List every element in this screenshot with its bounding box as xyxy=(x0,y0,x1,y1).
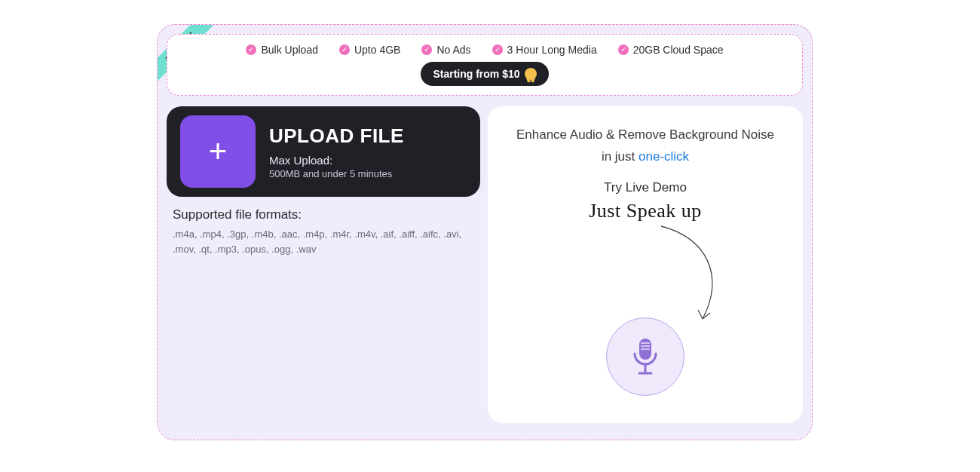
upload-title: UPLOAD FILE xyxy=(269,124,404,148)
upload-limit: 500MB and under 5 minutes xyxy=(269,168,404,179)
just-speak-up-label: Just Speak up xyxy=(503,200,788,222)
app-container: 50% OFF ✓ Bulk Upload ✓ Upto 4GB ✓ No Ad… xyxy=(157,24,813,440)
feature-row: ✓ Bulk Upload ✓ Upto 4GB ✓ No Ads ✓ 3 Ho… xyxy=(246,44,723,56)
check-icon: ✓ xyxy=(246,44,256,55)
check-icon: ✓ xyxy=(421,44,432,55)
feature-label: No Ads xyxy=(436,44,470,56)
check-icon: ✓ xyxy=(618,44,629,55)
feature-item: ✓ 20GB Cloud Space xyxy=(618,44,724,56)
formats-list: .m4a, .mp4, .3gp, .m4b, .aac, .m4p, .m4r… xyxy=(173,227,471,257)
feature-item: ✓ Upto 4GB xyxy=(339,44,400,56)
check-icon: ✓ xyxy=(339,44,350,55)
feature-label: Bulk Upload xyxy=(261,44,318,56)
feature-label: 3 Hour Long Media xyxy=(507,44,597,56)
upload-file-button[interactable]: + UPLOAD FILE Max Upload: 500MB and unde… xyxy=(167,106,480,197)
feature-item: ✓ Bulk Upload xyxy=(246,44,318,56)
formats-heading: Supported file formats: xyxy=(173,207,471,222)
demo-stage xyxy=(503,222,788,396)
demo-headline-1: Enhance Audio & Remove Background Noise xyxy=(503,124,788,146)
check-icon: ✓ xyxy=(492,44,503,55)
upload-text: UPLOAD FILE Max Upload: 500MB and under … xyxy=(269,124,404,179)
medal-icon xyxy=(525,68,537,80)
demo-headline-2: in just one-click xyxy=(503,146,788,168)
demo-headline-2a: in just xyxy=(602,149,639,164)
try-demo-label: Try Live Demo xyxy=(503,180,788,195)
feature-item: ✓ No Ads xyxy=(421,44,470,56)
feature-label: Upto 4GB xyxy=(354,44,400,56)
upload-subtitle: Max Upload: xyxy=(269,154,404,167)
feature-label: 20GB Cloud Space xyxy=(633,44,724,56)
pricing-label: Starting from $10 xyxy=(433,68,519,80)
microphone-button[interactable] xyxy=(606,317,684,396)
live-demo-card: Enhance Audio & Remove Background Noise … xyxy=(488,106,803,423)
feature-item: ✓ 3 Hour Long Media xyxy=(492,44,597,56)
supported-formats: Supported file formats: .m4a, .mp4, .3gp… xyxy=(173,207,471,257)
arrow-icon xyxy=(654,222,744,328)
plus-icon: + xyxy=(180,115,256,188)
pricing-pill-button[interactable]: Starting from $10 xyxy=(421,62,548,86)
one-click-link[interactable]: one-click xyxy=(639,149,689,164)
promo-banner: ✓ Bulk Upload ✓ Upto 4GB ✓ No Ads ✓ 3 Ho… xyxy=(167,34,803,96)
microphone-icon xyxy=(628,336,663,378)
